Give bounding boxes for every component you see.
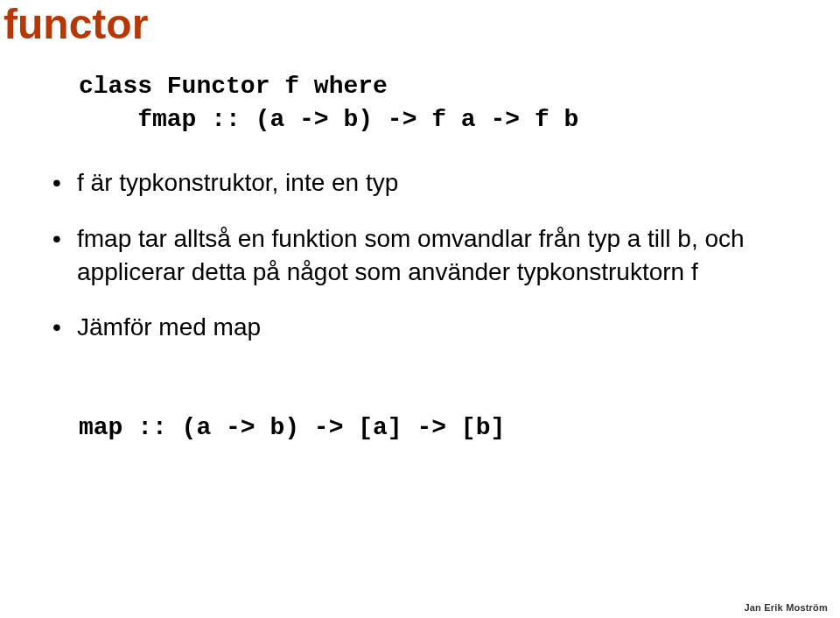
code-line-2: fmap :: (a -> b) -> f a -> f b <box>79 106 578 133</box>
code-block-map: map :: (a -> b) -> [a] -> [b] <box>79 411 505 445</box>
footer-author: Jan Erik Moström <box>744 602 828 613</box>
slide: functor class Functor f where fmap :: (a… <box>0 0 840 618</box>
bullet-item-2: fmap tar alltså en funktion som omvandla… <box>52 222 788 289</box>
bullet-item-1: f är typkonstruktor, inte en typ <box>52 166 788 200</box>
code-block-functor: class Functor f where fmap :: (a -> b) -… <box>79 70 578 137</box>
slide-title: functor <box>4 0 148 48</box>
code-line-1: class Functor f where <box>79 73 388 100</box>
bullet-list: f är typkonstruktor, inte en typ fmap ta… <box>52 166 788 367</box>
bullet-item-3: Jämför med map <box>52 311 788 344</box>
